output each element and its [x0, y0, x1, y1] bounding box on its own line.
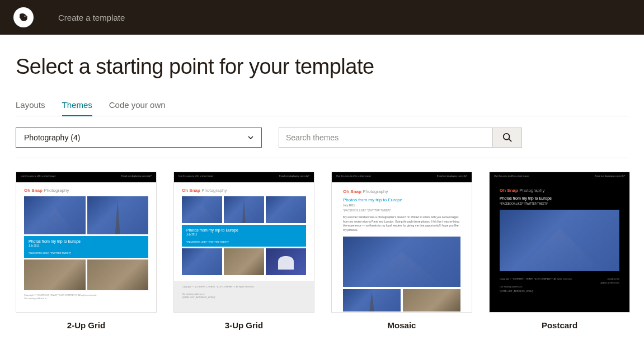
tab-layouts[interactable]: Layouts — [16, 100, 45, 116]
dropdown-selected: Photography (4) — [24, 133, 80, 142]
tab-themes[interactable]: Themes — [62, 100, 92, 116]
template-card-mosaic[interactable]: Use this area to offer a short teaserEma… — [331, 172, 472, 330]
search-wrapper — [279, 128, 522, 148]
category-dropdown[interactable]: Photography (4) — [16, 128, 262, 148]
template-thumbnail: Use this area to offer a short teaserEma… — [16, 172, 157, 313]
template-name: 3-Up Grid — [225, 320, 263, 330]
brand-logo[interactable] — [13, 7, 34, 27]
template-card-postcard[interactable]: Use this area to offer a short teaserEma… — [489, 172, 630, 330]
template-thumbnail: Use this area to offer a short teaserEma… — [173, 172, 314, 313]
filter-row: Photography (4) — [16, 128, 628, 158]
template-grid: Use this area to offer a short teaserEma… — [16, 172, 628, 330]
page-title: Select a starting point for your templat… — [16, 55, 628, 79]
svg-point-2 — [25, 16, 26, 17]
template-card-2up[interactable]: Use this area to offer a short teaserEma… — [16, 172, 157, 330]
tabs: Layouts Themes Code your own — [16, 100, 628, 116]
main-content: Select a starting point for your templat… — [0, 35, 644, 350]
template-card-3up[interactable]: Use this area to offer a short teaserEma… — [173, 172, 314, 330]
search-icon — [502, 133, 513, 143]
search-input[interactable] — [279, 128, 492, 147]
svg-point-3 — [503, 134, 509, 140]
header-bar: Create a template — [0, 0, 644, 35]
tab-code-your-own[interactable]: Code your own — [109, 100, 166, 116]
template-name: 2-Up Grid — [67, 320, 105, 330]
header-title: Create a template — [58, 13, 125, 22]
template-thumbnail: Use this area to offer a short teaserEma… — [489, 172, 630, 313]
template-name: Mosaic — [388, 320, 416, 330]
template-name: Postcard — [542, 320, 577, 330]
template-thumbnail: Use this area to offer a short teaserEma… — [331, 172, 472, 313]
svg-point-1 — [24, 16, 25, 17]
chevron-down-icon — [248, 135, 253, 140]
search-button[interactable] — [492, 128, 521, 147]
svg-line-4 — [509, 139, 511, 142]
mailchimp-icon — [16, 10, 31, 25]
